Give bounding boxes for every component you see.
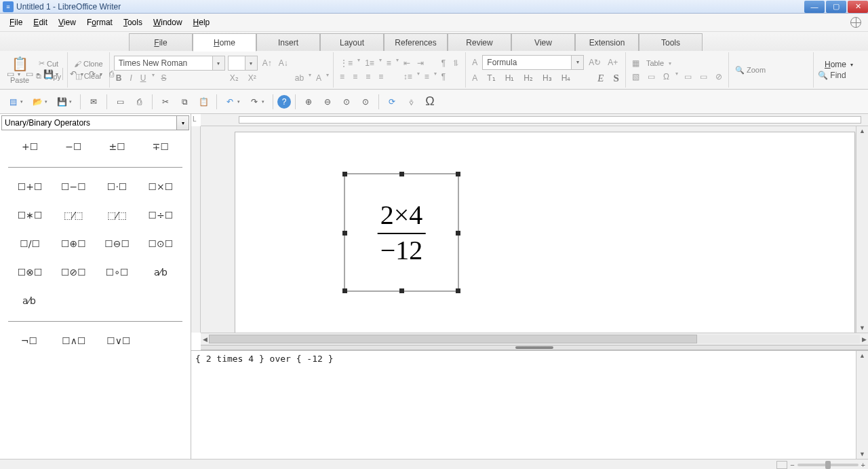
insert-image-button[interactable]: ▧ <box>630 71 642 83</box>
op-or[interactable]: ☐∨☐ <box>104 333 133 349</box>
find-button[interactable]: 🔍 Find <box>818 71 860 80</box>
vertical-ruler[interactable] <box>191 126 201 333</box>
tb-new-button[interactable]: ▤ <box>4 93 22 111</box>
resize-handle-bl[interactable] <box>342 288 347 293</box>
tab-insert[interactable]: Insert <box>256 33 320 51</box>
zoom-slider[interactable] <box>797 464 859 466</box>
window-maximize-button[interactable]: ▢ <box>826 1 846 13</box>
indent-dec-button[interactable]: ⇤ <box>401 57 412 69</box>
heading-h1-button[interactable]: H₁ <box>503 71 517 86</box>
insert-bookmark-button[interactable]: ▭ <box>698 71 709 83</box>
resize-handle-br[interactable] <box>456 288 460 293</box>
para-spacing-button[interactable]: ≡ <box>422 71 431 83</box>
tb-print-button[interactable]: ⎙ <box>130 93 148 111</box>
zoom-button[interactable]: 🔍 Zoom <box>733 64 768 76</box>
vertical-scrollbar[interactable]: ▲▼ <box>856 126 868 333</box>
formula-command-input[interactable]: { 2 times 4 } over { -12 } <box>191 351 856 459</box>
shrink-font-button[interactable]: A↓ <box>277 57 290 69</box>
tb-refresh-button[interactable]: ⟳ <box>383 93 401 111</box>
op-and[interactable]: ☐∧☐ <box>60 333 88 349</box>
op-oplus[interactable]: ☐⊕☐ <box>59 236 87 252</box>
superscript-button[interactable]: X² <box>246 72 258 84</box>
op-ominus[interactable]: ☐⊖☐ <box>103 236 132 252</box>
command-scrollbar[interactable]: ▲▼ <box>856 351 868 459</box>
strike-button[interactable]: S <box>159 72 168 84</box>
strong-button[interactable]: S <box>612 71 621 86</box>
op-circ[interactable]: ☐∘☐ <box>103 264 132 280</box>
op-plus[interactable]: ☐+☐ <box>16 179 44 195</box>
tab-review[interactable]: Review <box>448 33 511 51</box>
op-cdot[interactable]: ☐·☐ <box>103 179 132 195</box>
tab-layout[interactable]: Layout <box>320 33 384 51</box>
char-a-button[interactable]: A <box>470 71 479 86</box>
resize-handle-tr[interactable] <box>456 172 460 176</box>
heading-h2-button[interactable]: H₂ <box>521 71 535 86</box>
op-minus[interactable]: ☐−☐ <box>59 179 87 195</box>
menu-file[interactable]: File <box>4 15 28 30</box>
op-ast[interactable]: ☐∗☐ <box>16 207 44 223</box>
table-button[interactable]: Table <box>644 58 666 69</box>
op-times[interactable]: ☐×☐ <box>146 179 175 195</box>
tb-zoom-out-button[interactable]: ⊖ <box>319 93 336 111</box>
op-plus-unary[interactable]: +☐ <box>16 138 44 155</box>
emphasis-button[interactable]: E <box>595 71 606 86</box>
align-justify-button[interactable]: ≡ <box>376 71 385 83</box>
align-center-button[interactable]: ≡ <box>351 71 359 83</box>
language-icon[interactable] <box>850 17 861 28</box>
font-size-select[interactable]: ▾ <box>228 56 258 71</box>
document-view[interactable]: 2×4 −12 <box>201 126 856 333</box>
tb-zoom-page-button[interactable]: ⊙ <box>357 93 374 111</box>
home-dropdown[interactable]: Home▾ <box>818 60 860 69</box>
outline-button[interactable]: ≡ <box>384 57 393 69</box>
char-style-button[interactable]: A <box>470 56 479 69</box>
font-color-button[interactable]: A <box>314 72 323 84</box>
horizontal-ruler[interactable] <box>201 114 868 126</box>
op-plusminus[interactable]: ±☐ <box>103 138 132 155</box>
insert-object-button[interactable]: Ω <box>661 71 671 83</box>
heading-h3-button[interactable]: H₃ <box>540 71 554 86</box>
grow-font-button[interactable]: A↑ <box>260 57 274 69</box>
resize-handle-bm[interactable] <box>399 288 404 293</box>
heading-t1-button[interactable]: T₁ <box>485 71 497 86</box>
tb-redo-button[interactable]: ↷ <box>245 93 263 111</box>
highlight-button[interactable]: ab <box>293 72 306 84</box>
op-over[interactable]: ⬚⁄⬚ <box>103 207 132 223</box>
formula-object[interactable]: 2×4 −12 <box>344 173 459 292</box>
heading-h4-button[interactable]: H₄ <box>559 71 573 86</box>
qat-new-button[interactable]: ▭ <box>4 67 16 81</box>
menu-view[interactable]: View <box>53 15 81 30</box>
resize-handle-tm[interactable] <box>399 172 404 176</box>
resize-handle-tl[interactable] <box>342 172 347 176</box>
resize-handle-ml[interactable] <box>342 231 347 236</box>
window-minimize-button[interactable]: — <box>804 1 825 13</box>
insert-chart-button[interactable]: ▭ <box>646 71 657 83</box>
op-frac[interactable]: ⬚⁄⬚ <box>59 207 87 223</box>
numbering-button[interactable]: 1≡ <box>363 57 376 69</box>
tb-paste-button[interactable]: 📋 <box>195 93 212 111</box>
op-neg[interactable]: ¬☐ <box>15 333 43 349</box>
zoom-in-button[interactable]: + <box>861 461 865 469</box>
align-right-button[interactable]: ≡ <box>363 71 372 83</box>
tb-undo-button[interactable]: ↶ <box>221 93 239 111</box>
line-spacing-button[interactable]: ↕≡ <box>401 71 414 83</box>
tab-file[interactable]: File <box>129 33 193 51</box>
tb-open-button[interactable]: 📂 <box>28 93 46 111</box>
update-style-button[interactable]: A↻ <box>587 56 603 69</box>
italic-button[interactable]: I <box>127 72 134 84</box>
align-left-button[interactable]: ≡ <box>338 71 347 83</box>
op-otimes[interactable]: ☐⊗☐ <box>16 264 44 280</box>
menu-help[interactable]: Help <box>188 15 216 30</box>
op-oslash[interactable]: ☐⊘☐ <box>59 264 87 280</box>
menu-edit[interactable]: Edit <box>28 15 53 30</box>
underline-button[interactable]: U <box>138 72 149 84</box>
insert-cross-ref-button[interactable]: ⊘ <box>713 71 724 83</box>
op-div[interactable]: ☐÷☐ <box>146 207 175 223</box>
qat-template-button[interactable]: ▭ <box>23 67 35 81</box>
bullets-button[interactable]: ⋮≡ <box>338 57 355 69</box>
tb-save-button[interactable]: 💾 <box>53 93 71 111</box>
para-settings-button[interactable]: ¶ <box>439 71 448 83</box>
qat-undo-button[interactable]: ↶ <box>67 67 79 81</box>
sort-button[interactable]: ⥮ <box>450 57 461 69</box>
op-minus-unary[interactable]: −☐ <box>59 138 87 155</box>
tb-zoom-in-button[interactable]: ⊕ <box>300 93 317 111</box>
